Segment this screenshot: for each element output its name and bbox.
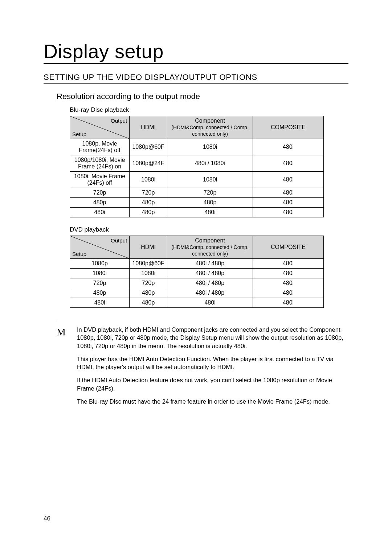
cell-composite: 480i [253, 298, 324, 308]
table-row: 1080p 1080p@60F 480i / 480p 480i [70, 259, 324, 269]
header-setup-label: Setup [72, 251, 86, 257]
table-row: 480p 480p 480i / 480p 480i [70, 288, 324, 298]
cell-hdmi: 1080p@60F [130, 259, 167, 269]
page-number: 46 [44, 515, 50, 522]
manual-page: Display setup SETTING UP THE VIDEO DISPL… [0, 0, 392, 539]
cell-composite: 480i [253, 188, 324, 198]
cell-setup: 1080p [70, 259, 130, 269]
cell-composite: 480i [253, 278, 324, 288]
cell-composite: 480i [253, 139, 324, 155]
resolution-table-bluray: Output Setup HDMI Component (HDMI&Comp. … [70, 116, 324, 217]
cell-hdmi: 1080i [130, 172, 167, 188]
cell-component: 480i [167, 208, 253, 217]
table-caption-2: DVD playback [70, 226, 348, 233]
resolution-table-dvd: Output Setup HDMI Component (HDMI&Comp. … [70, 236, 324, 308]
table-row: 1080i, Movie Frame (24Fs) off 1080i 1080… [70, 172, 324, 188]
cell-composite: 480i [253, 288, 324, 298]
cell-component: 720p [167, 188, 253, 198]
header-component: Component (HDMI&Comp. connected / Comp. … [167, 236, 253, 259]
cell-composite: 480i [253, 155, 324, 172]
cell-component: 1080i [167, 172, 253, 188]
table-row: 720p 720p 720p 480i [70, 188, 324, 198]
note-item: This player has the HDMI Auto Detection … [77, 355, 348, 371]
header-component-line1: Component [195, 118, 225, 124]
page-title: Display setup [44, 40, 348, 64]
table-row: 720p 720p 480i / 480p 480i [70, 278, 324, 288]
cell-setup: 720p [70, 188, 130, 198]
cell-setup: 720p [70, 278, 130, 288]
header-component-line2: (HDMI&Comp. connected / Comp. connected … [171, 124, 248, 137]
cell-composite: 480i [253, 198, 324, 208]
cell-component: 1080i [167, 139, 253, 155]
cell-component: 480i / 1080i [167, 155, 253, 172]
cell-composite: 480i [253, 208, 324, 217]
cell-hdmi: 1080i [130, 269, 167, 278]
cell-component: 480i / 480p [167, 269, 253, 278]
section-heading: SETTING UP THE VIDEO DISPLAY/OUTPUT OPTI… [44, 73, 348, 84]
header-setup-label: Setup [72, 131, 86, 137]
cell-setup: 480i [70, 298, 130, 308]
cell-hdmi: 480p [130, 208, 167, 217]
cell-hdmi: 1080p@24F [130, 155, 167, 172]
sub-heading: Resolution according to the output mode [57, 92, 348, 101]
header-hdmi: HDMI [130, 236, 167, 259]
note-item: If the HDMI Auto Detection feature does … [77, 376, 348, 392]
cell-composite: 480i [253, 172, 324, 188]
cell-component: 480p [167, 198, 253, 208]
header-output-label: Output [111, 237, 127, 244]
table-row: 1080p, Movie Frame(24Fs) off 1080p@60F 1… [70, 139, 324, 155]
notes-list: In DVD playback, if both HDMI and Compon… [77, 326, 348, 411]
cell-setup: 480i [70, 208, 130, 217]
cell-hdmi: 720p [130, 188, 167, 198]
header-setup-output: Output Setup [70, 116, 130, 139]
table-row: 480i 480p 480i 480i [70, 298, 324, 308]
note-icon: M [57, 326, 77, 337]
cell-component: 480i [167, 298, 253, 308]
cell-component: 480i / 480p [167, 278, 253, 288]
cell-setup: 1080p, Movie Frame(24Fs) off [70, 139, 130, 155]
cell-setup: 1080p/1080i, Movie Frame (24Fs) on [70, 155, 130, 172]
cell-hdmi: 480p [130, 288, 167, 298]
table-header-row: Output Setup HDMI Component (HDMI&Comp. … [70, 236, 324, 259]
header-setup-output: Output Setup [70, 236, 130, 259]
cell-setup: 480p [70, 288, 130, 298]
cell-component: 480i / 480p [167, 288, 253, 298]
cell-component: 480i / 480p [167, 259, 253, 269]
cell-setup: 1080i [70, 269, 130, 278]
table-header-row: Output Setup HDMI Component (HDMI&Comp. … [70, 116, 324, 139]
header-component: Component (HDMI&Comp. connected / Comp. … [167, 116, 253, 139]
table-caption-1: Blu-ray Disc playback [70, 106, 348, 114]
header-component-line2: (HDMI&Comp. connected / Comp. connected … [171, 244, 248, 257]
cell-setup: 480p [70, 198, 130, 208]
cell-setup: 1080i, Movie Frame (24Fs) off [70, 172, 130, 188]
header-component-line1: Component [195, 237, 225, 244]
header-composite: COMPOSITE [253, 116, 324, 139]
cell-hdmi: 480p [130, 298, 167, 308]
notes-block: M In DVD playback, if both HDMI and Comp… [57, 321, 348, 411]
note-item: The Blu-ray Disc must have the 24 frame … [77, 397, 348, 405]
cell-hdmi: 480p [130, 198, 167, 208]
table-row: 1080i 1080i 480i / 480p 480i [70, 269, 324, 278]
cell-composite: 480i [253, 269, 324, 278]
table-row: 480p 480p 480p 480i [70, 198, 324, 208]
note-item: In DVD playback, if both HDMI and Compon… [77, 326, 348, 350]
cell-hdmi: 1080p@60F [130, 139, 167, 155]
cell-hdmi: 720p [130, 278, 167, 288]
header-output-label: Output [111, 118, 127, 124]
header-hdmi: HDMI [130, 116, 167, 139]
table-row: 480i 480p 480i 480i [70, 208, 324, 217]
table-row: 1080p/1080i, Movie Frame (24Fs) on 1080p… [70, 155, 324, 172]
cell-composite: 480i [253, 259, 324, 269]
header-composite: COMPOSITE [253, 236, 324, 259]
